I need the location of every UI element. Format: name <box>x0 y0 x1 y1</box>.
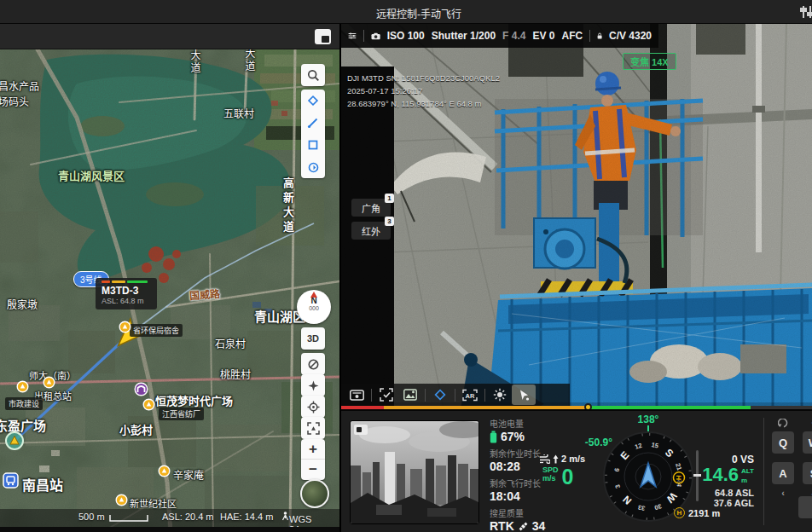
asl-value: 64.8 ASL <box>686 488 754 498</box>
draw-waypoint-button[interactable] <box>301 90 325 112</box>
wind-indicator: 2 m/s <box>539 454 585 464</box>
person-icon <box>281 512 289 521</box>
photo-pin-icon <box>403 389 417 401</box>
rotate-left-icon <box>772 419 794 430</box>
heading-value: 138° <box>600 413 696 425</box>
pointer-tool-button[interactable] <box>512 385 536 405</box>
pointer-icon <box>518 389 531 402</box>
center-on-home-button[interactable] <box>301 396 325 418</box>
media-icon <box>350 390 364 401</box>
settings-sliders-icon[interactable] <box>800 5 812 19</box>
diamond-icon <box>434 389 446 401</box>
map-scale-label: 500 m <box>78 512 105 522</box>
battery-value: 67% <box>490 430 568 443</box>
battery-label: 电池电量 <box>490 419 568 430</box>
home-distance: H 2191 m <box>674 507 720 518</box>
map-search-button[interactable] <box>301 64 325 86</box>
beacon-icon <box>493 388 507 402</box>
map-scale-bar <box>109 513 148 524</box>
storage-setting[interactable]: C/V 4320 <box>609 30 652 42</box>
ir-view-icon <box>354 425 368 435</box>
camera-settings-bar: ISO 100 Shutter 1/200 F 4.4 EV 0 AFC C/V… <box>341 24 658 48</box>
shutter-setting[interactable]: Shutter 1/200 <box>432 30 496 42</box>
target-icon <box>307 401 320 413</box>
lens-ir-label: 红外 <box>362 224 380 238</box>
map-layer-switcher[interactable] <box>300 479 329 508</box>
home-distance-value: 2191 m <box>688 508 720 518</box>
key-w-button[interactable]: W <box>803 431 812 454</box>
map-pin-button[interactable] <box>398 385 422 405</box>
key-s-button[interactable]: S <box>803 462 812 484</box>
flight-time-value: 18:04 <box>490 489 568 503</box>
ar-overlay-button[interactable]: AR <box>458 385 482 405</box>
chevron-up-icon: ⌃ <box>803 419 812 431</box>
search-icon <box>307 69 320 82</box>
svg-text:H: H <box>675 475 682 480</box>
extra-key-button[interactable] <box>798 496 812 518</box>
map-pin-poi[interactable] <box>142 398 155 414</box>
map-compass-button[interactable]: N 000 <box>297 290 331 324</box>
map-pin-poi[interactable] <box>158 465 171 481</box>
spd-value: 0 <box>562 466 574 488</box>
aperture-setting[interactable]: F 4.4 <box>502 30 525 42</box>
map-zoom-controls: + − <box>301 439 325 480</box>
divider <box>763 418 764 525</box>
ar-icon: AR <box>462 389 478 402</box>
map-pin-poi[interactable] <box>115 494 128 510</box>
flight-mode-status-dot <box>362 9 370 16</box>
lens-wide-label: 广角 <box>362 201 380 215</box>
svg-text:AR: AR <box>466 391 475 399</box>
circle-slash-icon <box>307 358 320 371</box>
key-q-button[interactable]: Q <box>772 431 794 454</box>
ev-setting[interactable]: EV 0 <box>532 30 554 42</box>
map-pin-railway-station[interactable] <box>3 472 19 492</box>
map-toolbar <box>0 24 339 49</box>
map-pin-poi[interactable] <box>43 376 55 392</box>
draw-circle-button[interactable] <box>301 156 325 178</box>
draw-polygon-button[interactable] <box>301 134 325 156</box>
flight-mode-title: 远程控制-手动飞行 <box>376 6 461 20</box>
camera-menu-icon[interactable] <box>348 31 357 41</box>
camera-icon[interactable] <box>371 31 380 42</box>
map-panel: 南昌水产品市场码头大道大道五联村青山湖风景区高新大道3号线殷家墩国威路青山湖区石… <box>0 24 339 532</box>
diamond-icon <box>307 95 319 107</box>
compass-needle-icon <box>310 292 317 298</box>
map-pins <box>0 49 339 532</box>
zoom-out-button[interactable]: − <box>301 460 325 480</box>
map-draw-tools <box>301 90 325 178</box>
map-pin-metro[interactable] <box>134 382 148 400</box>
top-status-bar: 远程控制-手动飞行 <box>0 0 812 24</box>
map-3d-toggle-button[interactable]: 3D <box>301 327 325 350</box>
focus-mode-setting[interactable]: AFC <box>561 30 583 42</box>
map-status-bar: 500 m ASL: 20.4 m HAE: 14.4 m WGS 84 <box>0 509 339 527</box>
camera-feed[interactable] <box>341 24 812 409</box>
media-library-button[interactable] <box>345 385 368 405</box>
map-pin-poi[interactable] <box>119 321 131 337</box>
secondary-view-thumbnail[interactable] <box>350 420 479 524</box>
scan-check-icon <box>380 388 393 402</box>
camera-panel: ISO 100 Shutter 1/200 F 4.4 EV 0 AFC C/V… <box>339 24 812 532</box>
lens-ir-button[interactable]: 红外 3 <box>351 222 391 240</box>
fit-bounds-button[interactable] <box>301 417 325 439</box>
zoom-in-button[interactable]: + <box>301 439 325 460</box>
map-pin-poi[interactable] <box>16 380 29 396</box>
compass-north-label: N <box>297 297 331 305</box>
center-on-aircraft-button[interactable] <box>301 374 325 396</box>
checklist-button[interactable] <box>374 385 398 405</box>
lens-wide-button[interactable]: 广角 1 <box>351 199 391 217</box>
thermal-view <box>351 421 479 524</box>
satellite-map[interactable]: 南昌水产品市场码头大道大道五联村青山湖风景区高新大道3号线殷家墩国威路青山湖区石… <box>0 49 339 532</box>
divider <box>589 30 590 42</box>
key-a-button[interactable]: A <box>772 462 794 484</box>
map-pin-home-point[interactable] <box>4 431 25 454</box>
draw-line-button[interactable] <box>301 112 325 134</box>
map-clear-route-button[interactable] <box>301 353 325 375</box>
satellite-icon <box>518 521 529 532</box>
swap-map-video-icon[interactable] <box>315 29 331 44</box>
beacon-light-button[interactable] <box>488 385 512 405</box>
home-icon: H <box>674 507 685 518</box>
wind-value: 2 m/s <box>561 454 585 464</box>
divider <box>484 389 485 402</box>
iso-setting[interactable]: ISO 100 <box>387 30 425 42</box>
waypoint-button[interactable] <box>428 385 452 405</box>
